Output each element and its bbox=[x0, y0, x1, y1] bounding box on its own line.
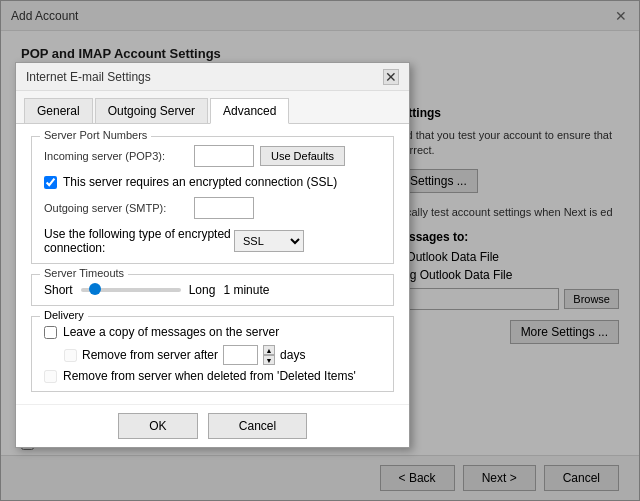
server-timeouts-label: Server Timeouts bbox=[40, 267, 128, 279]
ssl-checkbox[interactable] bbox=[44, 176, 57, 189]
outgoing-server-row: Outgoing server (SMTP): 465 bbox=[44, 197, 381, 219]
ssl-checkbox-label: This server requires an encrypted connec… bbox=[63, 175, 337, 189]
delivery-group: Delivery Leave a copy of messages on the… bbox=[31, 316, 394, 392]
spinner-down-button[interactable]: ▼ bbox=[263, 355, 275, 365]
remove-deleted-checkbox bbox=[44, 370, 57, 383]
timeout-value: 1 minute bbox=[223, 283, 269, 297]
encrypt-row: Use the following type of encrypted conn… bbox=[44, 227, 381, 255]
modal-title-bar: Internet E-mail Settings ✕ bbox=[16, 63, 409, 91]
remove-after-label: Remove from server after bbox=[82, 348, 218, 362]
remove-after-row: Remove from server after 14 ▲ ▼ days bbox=[64, 345, 381, 365]
modal-footer: OK Cancel bbox=[16, 404, 409, 447]
encrypt-select[interactable]: SSL TLS Auto None bbox=[234, 230, 304, 252]
server-port-group: Server Port Numbers Incoming server (POP… bbox=[31, 136, 394, 264]
delivery-label: Delivery bbox=[40, 309, 88, 321]
remove-after-checkbox bbox=[64, 349, 77, 362]
incoming-server-row: Incoming server (POP3): 995 Use Defaults bbox=[44, 145, 381, 167]
spinner-up-button[interactable]: ▲ bbox=[263, 345, 275, 355]
outgoing-server-input[interactable]: 465 bbox=[194, 197, 254, 219]
remove-deleted-label: Remove from server when deleted from 'De… bbox=[63, 369, 356, 383]
use-defaults-button[interactable]: Use Defaults bbox=[260, 146, 345, 166]
incoming-server-input[interactable]: 995 bbox=[194, 145, 254, 167]
modal-title: Internet E-mail Settings bbox=[26, 70, 151, 84]
tab-general[interactable]: General bbox=[24, 98, 93, 124]
modal-close-button[interactable]: ✕ bbox=[383, 69, 399, 85]
leave-copy-checkbox[interactable] bbox=[44, 326, 57, 339]
long-label: Long bbox=[189, 283, 216, 297]
server-port-label: Server Port Numbers bbox=[40, 129, 151, 141]
outgoing-server-label: Outgoing server (SMTP): bbox=[44, 202, 194, 214]
ssl-checkbox-row: This server requires an encrypted connec… bbox=[44, 175, 381, 189]
days-input[interactable]: 14 bbox=[223, 345, 258, 365]
short-label: Short bbox=[44, 283, 73, 297]
incoming-server-label: Incoming server (POP3): bbox=[44, 150, 194, 162]
slider-thumb[interactable] bbox=[89, 283, 101, 295]
spinner-buttons: ▲ ▼ bbox=[263, 345, 275, 365]
modal-cancel-button[interactable]: Cancel bbox=[208, 413, 307, 439]
modal-body: Server Port Numbers Incoming server (POP… bbox=[16, 124, 409, 404]
leave-copy-row: Leave a copy of messages on the server bbox=[44, 325, 381, 339]
remove-deleted-row: Remove from server when deleted from 'De… bbox=[44, 369, 381, 383]
timeout-row: Short Long 1 minute bbox=[44, 283, 381, 297]
tabs-container: General Outgoing Server Advanced bbox=[16, 91, 409, 124]
tab-outgoing-server[interactable]: Outgoing Server bbox=[95, 98, 208, 124]
days-label: days bbox=[280, 348, 305, 362]
server-timeouts-group: Server Timeouts Short Long 1 minute bbox=[31, 274, 394, 306]
internet-email-settings-modal: Internet E-mail Settings ✕ General Outgo… bbox=[15, 62, 410, 448]
tab-advanced[interactable]: Advanced bbox=[210, 98, 289, 124]
modal-ok-button[interactable]: OK bbox=[118, 413, 198, 439]
encrypt-label: Use the following type of encrypted conn… bbox=[44, 227, 234, 255]
leave-copy-label: Leave a copy of messages on the server bbox=[63, 325, 279, 339]
slider-container bbox=[81, 288, 181, 292]
slider-track[interactable] bbox=[81, 288, 181, 292]
